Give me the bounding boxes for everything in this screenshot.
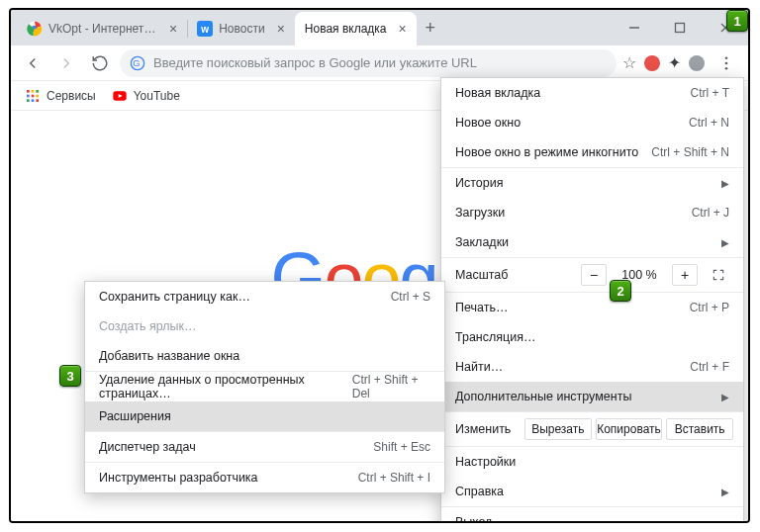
bookmark-youtube[interactable]: YouTube — [112, 88, 180, 104]
menu-item-cast[interactable]: Трансляция… — [441, 322, 743, 352]
new-tab-button[interactable]: + — [417, 10, 444, 45]
tab-title: VkOpt - Интернет-магазин… — [48, 22, 157, 36]
svg-rect-12 — [32, 90, 35, 93]
more-tools-submenu: Сохранить страницу как…Ctrl + S Создать … — [84, 281, 445, 493]
favicon-chrome — [27, 21, 43, 37]
svg-rect-11 — [27, 90, 30, 93]
tab-newtab[interactable]: Новая вкладка × — [295, 12, 417, 45]
google-icon: G — [130, 55, 145, 71]
forward-button[interactable] — [52, 49, 80, 77]
chrome-main-menu: Новая вкладкаCtrl + T Новое окноCtrl + N… — [440, 77, 744, 523]
svg-rect-14 — [27, 94, 30, 97]
submenu-clear-data[interactable]: Удаление данных о просмотренных страница… — [85, 372, 444, 401]
titlebar: VkOpt - Интернет-магазин… × w Новости × … — [11, 10, 748, 45]
menu-item-exit[interactable]: Выход — [441, 507, 743, 523]
svg-text:G: G — [133, 58, 140, 68]
back-button[interactable] — [19, 49, 47, 77]
address-bar-placeholder: Введите поисковый запрос в Google или ук… — [153, 55, 477, 70]
extension-icon[interactable] — [644, 55, 660, 71]
menu-item-history[interactable]: История▶ — [441, 168, 743, 198]
chevron-right-icon: ▶ — [721, 178, 729, 189]
menu-item-more-tools[interactable]: Дополнительные инструменты▶ — [441, 382, 743, 411]
menu-item-bookmarks[interactable]: Закладки▶ — [441, 227, 743, 257]
edit-copy-button[interactable]: Копировать — [596, 418, 663, 440]
submenu-extensions[interactable]: Расширения — [85, 401, 444, 431]
callout-2: 2 — [610, 280, 631, 302]
menu-item-new-window[interactable]: Новое окноCtrl + N — [441, 108, 743, 137]
tab-vkopt[interactable]: VkOpt - Интернет-магазин… × — [17, 12, 187, 45]
fullscreen-button[interactable] — [708, 268, 729, 282]
bookmark-label: Сервисы — [47, 89, 96, 103]
menu-item-help[interactable]: Справка▶ — [441, 477, 743, 506]
submenu-name-window[interactable]: Добавить название окна — [85, 341, 444, 371]
tab-close-icon[interactable]: × — [271, 21, 285, 37]
svg-rect-17 — [27, 99, 30, 102]
svg-rect-13 — [36, 90, 39, 93]
tab-title: Новости — [219, 22, 264, 36]
chrome-menu-button[interactable] — [712, 49, 740, 77]
chevron-right-icon: ▶ — [721, 487, 729, 497]
zoom-label: Масштаб — [455, 268, 571, 282]
svg-rect-19 — [36, 99, 39, 102]
callout-1: 1 — [726, 10, 748, 32]
menu-zoom-row: Масштаб − 100 % + — [441, 258, 743, 292]
menu-item-settings[interactable]: Настройки — [441, 447, 743, 477]
svg-point-9 — [725, 61, 728, 64]
menu-item-find[interactable]: Найти…Ctrl + F — [441, 352, 743, 382]
bookmark-apps[interactable]: Сервисы — [25, 88, 96, 104]
menu-item-new-tab[interactable]: Новая вкладкаCtrl + T — [441, 78, 743, 108]
svg-point-10 — [725, 66, 728, 69]
menu-item-downloads[interactable]: ЗагрузкиCtrl + J — [441, 198, 743, 227]
menu-item-print[interactable]: Печать…Ctrl + P — [441, 293, 743, 322]
tab-title: Новая вкладка — [305, 22, 387, 36]
chevron-right-icon: ▶ — [721, 392, 729, 402]
bookmark-star-icon[interactable]: ☆ — [622, 53, 636, 72]
youtube-icon — [112, 88, 128, 104]
menu-edit-row: Изменить Вырезать Копировать Вставить — [441, 412, 743, 446]
edit-cut-button[interactable]: Вырезать — [524, 418, 592, 440]
tab-novosti[interactable]: w Новости × — [187, 12, 295, 45]
edit-paste-button[interactable]: Вставить — [666, 418, 733, 440]
profile-avatar[interactable] — [689, 55, 705, 71]
tab-close-icon[interactable]: × — [163, 21, 177, 37]
favicon-vk: w — [197, 21, 213, 37]
svg-rect-18 — [32, 99, 35, 102]
bookmark-label: YouTube — [134, 89, 180, 103]
window-minimize-button[interactable] — [612, 10, 657, 45]
toolbar: G Введите поисковый запрос в Google или … — [11, 45, 748, 81]
svg-rect-15 — [32, 94, 35, 97]
svg-rect-16 — [36, 94, 39, 97]
tab-close-icon[interactable]: × — [393, 21, 407, 37]
zoom-in-button[interactable]: + — [672, 264, 698, 286]
callout-3: 3 — [59, 365, 81, 387]
menu-item-incognito[interactable]: Новое окно в режиме инкогнитоCtrl + Shif… — [441, 137, 743, 167]
extensions-puzzle-icon[interactable]: ✦ — [668, 53, 681, 72]
svg-rect-3 — [676, 24, 685, 33]
window-maximize-button[interactable] — [657, 10, 703, 45]
submenu-create-shortcut: Создать ярлык… — [85, 311, 444, 341]
edit-label: Изменить — [451, 422, 521, 436]
zoom-out-button[interactable]: − — [581, 264, 607, 286]
address-bar[interactable]: G Введите поисковый запрос в Google или … — [120, 49, 617, 77]
reload-button[interactable] — [86, 49, 114, 77]
submenu-task-manager[interactable]: Диспетчер задачShift + Esc — [85, 432, 444, 462]
submenu-devtools[interactable]: Инструменты разработчикаCtrl + Shift + I — [85, 463, 444, 492]
submenu-save-as[interactable]: Сохранить страницу как…Ctrl + S — [85, 282, 444, 311]
apps-icon — [25, 88, 41, 104]
svg-point-8 — [725, 56, 728, 59]
chevron-right-icon: ▶ — [721, 237, 729, 248]
